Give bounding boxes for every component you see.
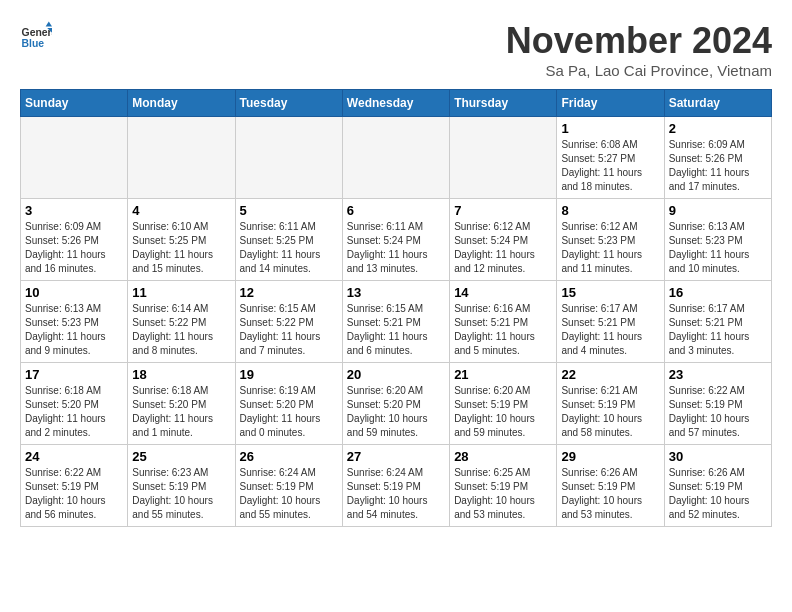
day-number: 21	[454, 367, 552, 382]
day-info: Sunrise: 6:24 AM Sunset: 5:19 PM Dayligh…	[347, 466, 445, 522]
calendar-week-row: 17Sunrise: 6:18 AM Sunset: 5:20 PM Dayli…	[21, 363, 772, 445]
logo-icon: General Blue	[20, 20, 52, 52]
calendar-cell: 4Sunrise: 6:10 AM Sunset: 5:25 PM Daylig…	[128, 199, 235, 281]
calendar-cell: 29Sunrise: 6:26 AM Sunset: 5:19 PM Dayli…	[557, 445, 664, 527]
calendar-header-row: SundayMondayTuesdayWednesdayThursdayFrid…	[21, 90, 772, 117]
day-number: 12	[240, 285, 338, 300]
day-number: 24	[25, 449, 123, 464]
day-number: 17	[25, 367, 123, 382]
calendar-cell: 30Sunrise: 6:26 AM Sunset: 5:19 PM Dayli…	[664, 445, 771, 527]
day-info: Sunrise: 6:08 AM Sunset: 5:27 PM Dayligh…	[561, 138, 659, 194]
day-info: Sunrise: 6:26 AM Sunset: 5:19 PM Dayligh…	[561, 466, 659, 522]
day-info: Sunrise: 6:25 AM Sunset: 5:19 PM Dayligh…	[454, 466, 552, 522]
day-info: Sunrise: 6:15 AM Sunset: 5:22 PM Dayligh…	[240, 302, 338, 358]
day-info: Sunrise: 6:09 AM Sunset: 5:26 PM Dayligh…	[669, 138, 767, 194]
calendar-cell: 10Sunrise: 6:13 AM Sunset: 5:23 PM Dayli…	[21, 281, 128, 363]
page-header: General Blue November 2024 Sa Pa, Lao Ca…	[20, 20, 772, 79]
day-number: 2	[669, 121, 767, 136]
calendar-cell: 25Sunrise: 6:23 AM Sunset: 5:19 PM Dayli…	[128, 445, 235, 527]
calendar-cell: 28Sunrise: 6:25 AM Sunset: 5:19 PM Dayli…	[450, 445, 557, 527]
day-info: Sunrise: 6:10 AM Sunset: 5:25 PM Dayligh…	[132, 220, 230, 276]
day-info: Sunrise: 6:11 AM Sunset: 5:25 PM Dayligh…	[240, 220, 338, 276]
day-info: Sunrise: 6:13 AM Sunset: 5:23 PM Dayligh…	[25, 302, 123, 358]
title-area: November 2024 Sa Pa, Lao Cai Province, V…	[506, 20, 772, 79]
location-subtitle: Sa Pa, Lao Cai Province, Vietnam	[506, 62, 772, 79]
day-info: Sunrise: 6:09 AM Sunset: 5:26 PM Dayligh…	[25, 220, 123, 276]
calendar-cell: 16Sunrise: 6:17 AM Sunset: 5:21 PM Dayli…	[664, 281, 771, 363]
calendar-cell	[21, 117, 128, 199]
calendar-day-header: Tuesday	[235, 90, 342, 117]
day-number: 22	[561, 367, 659, 382]
day-number: 23	[669, 367, 767, 382]
day-info: Sunrise: 6:18 AM Sunset: 5:20 PM Dayligh…	[25, 384, 123, 440]
day-info: Sunrise: 6:16 AM Sunset: 5:21 PM Dayligh…	[454, 302, 552, 358]
calendar-cell: 13Sunrise: 6:15 AM Sunset: 5:21 PM Dayli…	[342, 281, 449, 363]
day-info: Sunrise: 6:26 AM Sunset: 5:19 PM Dayligh…	[669, 466, 767, 522]
day-info: Sunrise: 6:11 AM Sunset: 5:24 PM Dayligh…	[347, 220, 445, 276]
day-number: 10	[25, 285, 123, 300]
day-info: Sunrise: 6:23 AM Sunset: 5:19 PM Dayligh…	[132, 466, 230, 522]
day-number: 26	[240, 449, 338, 464]
calendar-cell	[342, 117, 449, 199]
calendar-cell: 27Sunrise: 6:24 AM Sunset: 5:19 PM Dayli…	[342, 445, 449, 527]
day-info: Sunrise: 6:22 AM Sunset: 5:19 PM Dayligh…	[25, 466, 123, 522]
calendar-cell: 6Sunrise: 6:11 AM Sunset: 5:24 PM Daylig…	[342, 199, 449, 281]
calendar-day-header: Wednesday	[342, 90, 449, 117]
calendar-cell: 23Sunrise: 6:22 AM Sunset: 5:19 PM Dayli…	[664, 363, 771, 445]
calendar-cell: 21Sunrise: 6:20 AM Sunset: 5:19 PM Dayli…	[450, 363, 557, 445]
day-number: 14	[454, 285, 552, 300]
calendar-day-header: Monday	[128, 90, 235, 117]
day-number: 28	[454, 449, 552, 464]
day-info: Sunrise: 6:14 AM Sunset: 5:22 PM Dayligh…	[132, 302, 230, 358]
day-number: 30	[669, 449, 767, 464]
calendar-day-header: Sunday	[21, 90, 128, 117]
day-number: 11	[132, 285, 230, 300]
day-number: 25	[132, 449, 230, 464]
day-info: Sunrise: 6:21 AM Sunset: 5:19 PM Dayligh…	[561, 384, 659, 440]
day-number: 9	[669, 203, 767, 218]
calendar-week-row: 24Sunrise: 6:22 AM Sunset: 5:19 PM Dayli…	[21, 445, 772, 527]
calendar-cell: 15Sunrise: 6:17 AM Sunset: 5:21 PM Dayli…	[557, 281, 664, 363]
calendar-cell: 7Sunrise: 6:12 AM Sunset: 5:24 PM Daylig…	[450, 199, 557, 281]
calendar-cell	[235, 117, 342, 199]
day-number: 1	[561, 121, 659, 136]
calendar-cell: 3Sunrise: 6:09 AM Sunset: 5:26 PM Daylig…	[21, 199, 128, 281]
svg-text:Blue: Blue	[22, 38, 45, 49]
day-info: Sunrise: 6:20 AM Sunset: 5:20 PM Dayligh…	[347, 384, 445, 440]
day-number: 4	[132, 203, 230, 218]
day-info: Sunrise: 6:15 AM Sunset: 5:21 PM Dayligh…	[347, 302, 445, 358]
calendar-table: SundayMondayTuesdayWednesdayThursdayFrid…	[20, 89, 772, 527]
day-number: 19	[240, 367, 338, 382]
calendar-cell	[128, 117, 235, 199]
day-info: Sunrise: 6:17 AM Sunset: 5:21 PM Dayligh…	[669, 302, 767, 358]
day-info: Sunrise: 6:18 AM Sunset: 5:20 PM Dayligh…	[132, 384, 230, 440]
calendar-cell: 11Sunrise: 6:14 AM Sunset: 5:22 PM Dayli…	[128, 281, 235, 363]
day-info: Sunrise: 6:20 AM Sunset: 5:19 PM Dayligh…	[454, 384, 552, 440]
calendar-cell: 24Sunrise: 6:22 AM Sunset: 5:19 PM Dayli…	[21, 445, 128, 527]
calendar-cell: 17Sunrise: 6:18 AM Sunset: 5:20 PM Dayli…	[21, 363, 128, 445]
day-info: Sunrise: 6:22 AM Sunset: 5:19 PM Dayligh…	[669, 384, 767, 440]
calendar-cell: 19Sunrise: 6:19 AM Sunset: 5:20 PM Dayli…	[235, 363, 342, 445]
calendar-cell: 18Sunrise: 6:18 AM Sunset: 5:20 PM Dayli…	[128, 363, 235, 445]
day-number: 29	[561, 449, 659, 464]
calendar-cell: 20Sunrise: 6:20 AM Sunset: 5:20 PM Dayli…	[342, 363, 449, 445]
calendar-week-row: 1Sunrise: 6:08 AM Sunset: 5:27 PM Daylig…	[21, 117, 772, 199]
day-number: 16	[669, 285, 767, 300]
calendar-week-row: 10Sunrise: 6:13 AM Sunset: 5:23 PM Dayli…	[21, 281, 772, 363]
day-number: 3	[25, 203, 123, 218]
calendar-day-header: Friday	[557, 90, 664, 117]
svg-marker-2	[46, 22, 52, 27]
calendar-week-row: 3Sunrise: 6:09 AM Sunset: 5:26 PM Daylig…	[21, 199, 772, 281]
calendar-cell: 14Sunrise: 6:16 AM Sunset: 5:21 PM Dayli…	[450, 281, 557, 363]
day-info: Sunrise: 6:13 AM Sunset: 5:23 PM Dayligh…	[669, 220, 767, 276]
day-info: Sunrise: 6:12 AM Sunset: 5:24 PM Dayligh…	[454, 220, 552, 276]
day-number: 5	[240, 203, 338, 218]
calendar-cell: 22Sunrise: 6:21 AM Sunset: 5:19 PM Dayli…	[557, 363, 664, 445]
calendar-cell: 5Sunrise: 6:11 AM Sunset: 5:25 PM Daylig…	[235, 199, 342, 281]
calendar-cell	[450, 117, 557, 199]
day-number: 7	[454, 203, 552, 218]
svg-text:General: General	[22, 27, 52, 38]
day-number: 27	[347, 449, 445, 464]
day-info: Sunrise: 6:17 AM Sunset: 5:21 PM Dayligh…	[561, 302, 659, 358]
calendar-cell: 8Sunrise: 6:12 AM Sunset: 5:23 PM Daylig…	[557, 199, 664, 281]
